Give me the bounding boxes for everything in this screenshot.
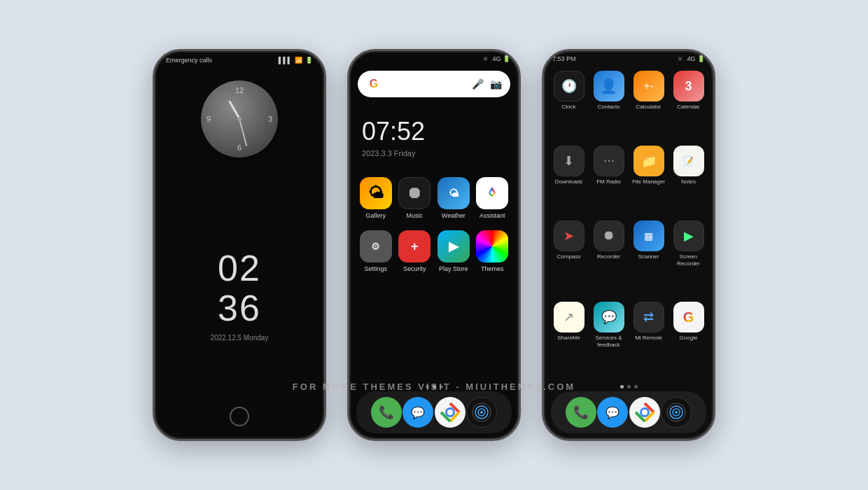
settings-icon: ⚙	[360, 230, 392, 262]
recorder-drawer-icon: ⏺	[594, 220, 624, 251]
services-drawer-label: Services & feedback	[591, 335, 626, 348]
fmradio-drawer-label: FM Radio	[596, 178, 621, 186]
clock-drawer-icon: 🕐	[554, 71, 584, 102]
drawer-fmradio[interactable]: ⋯ FM Radio	[591, 146, 626, 216]
security-label: Security	[403, 265, 426, 272]
drawer-shareme[interactable]: ↗ ShareMe	[551, 302, 587, 379]
phone3-camera-icon: ◾	[676, 55, 684, 62]
app-settings[interactable]: ⚙ Settings	[359, 230, 393, 272]
phone3-dock: 📞 💬	[551, 391, 706, 433]
downloads-drawer-icon: ⬇	[554, 146, 584, 176]
fmradio-drawer-icon: ⋯	[594, 146, 624, 176]
gallery-icon: 🌤	[360, 177, 392, 209]
scanner-drawer-label: Scanner	[638, 253, 659, 260]
filemanager-drawer-icon: 📁	[634, 146, 664, 176]
watermark-text: FOR MORE THEMES VISIT - MIUITHEMEZ.COM	[293, 382, 575, 392]
app-gallery[interactable]: 🌤 Gallery	[359, 177, 393, 219]
screenrec-drawer-label: Screen Recorder	[671, 253, 706, 267]
playstore-icon: ▶	[438, 230, 470, 262]
drawer-screenrecorder[interactable]: ▶ Screen Recorder	[671, 220, 706, 298]
app-playstore[interactable]: ▶ Play Store	[437, 230, 470, 272]
clock-3: 3	[268, 115, 272, 123]
drawer-recorder[interactable]: ⏺ Recorder	[591, 220, 626, 298]
drawer-clock[interactable]: 🕐 Clock	[551, 71, 587, 141]
shareme-drawer-label: ShareMe	[557, 335, 580, 342]
gallery-label: Gallery	[365, 212, 386, 219]
camera-search-icon[interactable]: 📷	[489, 78, 502, 90]
minute-hand	[239, 119, 247, 146]
compass-drawer-label: Compass	[557, 253, 581, 260]
screenrec-drawer-icon: ▶	[673, 220, 704, 251]
app-themes[interactable]: Themes	[476, 230, 510, 272]
analog-clock-container: 12 3 6 9	[155, 80, 324, 158]
emergency-calls-text: Emergency calls	[166, 57, 212, 64]
downloads-drawer-label: Downloads	[555, 178, 583, 186]
phone3-dot-3	[634, 385, 638, 388]
miremote-drawer-icon: ⇄	[634, 302, 664, 332]
phone3-status-icons: ◾ 4G 🔋	[676, 55, 705, 62]
google-logo: G	[366, 76, 382, 92]
themes-icon	[476, 230, 508, 262]
app-grid-row2: ⚙ Settings + Security ▶ Play Store Theme…	[349, 225, 519, 278]
calendar-drawer-icon: 3	[673, 71, 704, 102]
app-music[interactable]: ⏺ Music	[398, 177, 432, 219]
phone3-dock-mihome[interactable]	[661, 397, 692, 428]
drawer-calculator[interactable]: +- Calculator	[631, 71, 666, 141]
google-drawer-label: Google	[680, 335, 698, 342]
scanner-drawer-icon: ▦	[634, 220, 664, 251]
svg-point-11	[642, 410, 648, 415]
mic-icon[interactable]: 🎤	[471, 78, 484, 90]
dock: 📞 💬	[356, 391, 512, 433]
drawer-downloads[interactable]: ⬇ Downloads	[551, 146, 587, 216]
contacts-drawer-label: Contacts	[598, 104, 620, 111]
drawer-filemanager[interactable]: 📁 File Manager	[631, 146, 666, 216]
search-bar[interactable]: G 🎤 📷	[358, 71, 510, 97]
filemanager-drawer-label: File Manager	[632, 178, 665, 186]
notes-drawer-icon: 📝	[673, 146, 704, 176]
services-drawer-icon: 💬	[594, 302, 624, 332]
clock-12: 12	[235, 86, 244, 94]
phone3-dot-1	[620, 385, 624, 388]
miremote-drawer-label: Mi Remote	[635, 335, 662, 342]
clock-9: 9	[206, 115, 211, 123]
svg-point-4	[447, 410, 453, 415]
app-security[interactable]: + Security	[398, 230, 432, 272]
signal-icon: ▌▌▌	[279, 57, 292, 64]
digital-clock: 02 36 2022.12.5 Monday	[155, 248, 324, 342]
dock-phone[interactable]: 📞	[371, 397, 402, 428]
assistant-label: Assistant	[479, 212, 505, 219]
drawer-compass[interactable]: ➤ Compass	[551, 220, 587, 298]
svg-point-8	[480, 411, 483, 414]
weather-label: Weather	[442, 212, 465, 219]
dock-chrome[interactable]	[435, 397, 465, 428]
phone3-dock-messages[interactable]: 💬	[597, 397, 628, 428]
contacts-drawer-icon: 👤	[594, 71, 624, 102]
phone3-time: 7:53 PM	[552, 55, 576, 62]
home-button[interactable]	[230, 407, 249, 426]
clock-center	[237, 117, 241, 121]
drawer-scanner[interactable]: ▦ Scanner	[631, 220, 666, 298]
drawer-calendar[interactable]: 3 Calendar	[671, 71, 706, 141]
themes-label: Themes	[481, 265, 504, 272]
drawer-services[interactable]: 💬 Services & feedback	[591, 302, 626, 379]
svg-point-15	[675, 411, 678, 414]
drawer-miremote[interactable]: ⇄ Mi Remote	[631, 302, 666, 379]
app-grid-row1: 🌤 Gallery ⏺ Music 🌤 Weather	[349, 172, 519, 225]
dock-mihome[interactable]	[466, 397, 497, 428]
dock-messages[interactable]: 💬	[402, 397, 433, 428]
drawer-google[interactable]: G Google	[671, 302, 706, 379]
app-assistant[interactable]: Assistant	[476, 177, 510, 219]
drawer-contacts[interactable]: 👤 Contacts	[591, 71, 626, 141]
music-icon: ⏺	[398, 177, 430, 209]
phone3-dock-chrome[interactable]	[629, 397, 660, 428]
calculator-drawer-label: Calculator	[636, 104, 661, 111]
drawer-notes[interactable]: 📝 Notes	[671, 146, 706, 216]
calculator-drawer-icon: +-	[634, 71, 664, 102]
phone3-dock-phone[interactable]: 📞	[566, 397, 596, 428]
app-weather[interactable]: 🌤 Weather	[437, 177, 470, 219]
calendar-drawer-label: Calendar	[677, 104, 699, 111]
lockscreen-date: 2022.12.5 Monday	[155, 334, 324, 342]
shareme-drawer-icon: ↗	[554, 302, 584, 332]
status-icons: ▌▌▌ 📶 🔋	[279, 57, 313, 64]
compass-drawer-icon: ➤	[554, 220, 584, 251]
